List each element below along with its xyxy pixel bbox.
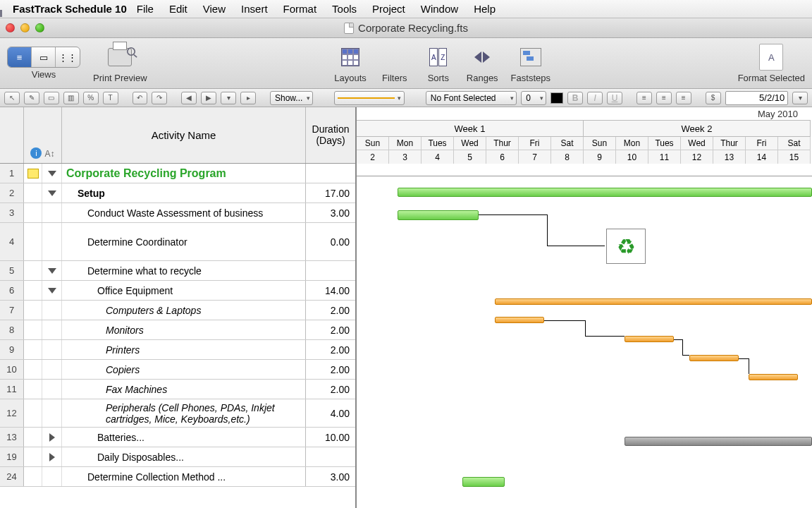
gantt-bar[interactable]: [625, 336, 674, 342]
duration-value[interactable]: 3.00: [306, 203, 355, 222]
underline-button[interactable]: U: [607, 92, 622, 104]
minimize-button[interactable]: [20, 23, 30, 32]
gantt-bar[interactable]: [398, 210, 479, 220]
note-cell[interactable]: [24, 281, 42, 300]
view-calendar-icon[interactable]: ⋮⋮: [56, 47, 80, 67]
disclosure-cell[interactable]: [42, 467, 62, 486]
activity-name[interactable]: Daily Disposables...: [62, 447, 306, 466]
gantt-bar[interactable]: [689, 355, 739, 361]
gantt-bar[interactable]: [625, 437, 812, 446]
duration-value[interactable]: 2.00: [306, 340, 355, 359]
note-cell[interactable]: [24, 223, 42, 260]
disclosure-cell[interactable]: [42, 399, 62, 427]
align-right-button[interactable]: ≡: [676, 92, 691, 104]
gantt-chart[interactable]: May 2010 Week 1 Week 2 Sun2Mon3Tues4Wed5…: [357, 107, 812, 508]
disclosure-cell[interactable]: [42, 183, 62, 202]
note-cell[interactable]: [24, 301, 42, 320]
filters-button[interactable]: [379, 43, 410, 71]
line-style-dropdown[interactable]: [334, 91, 405, 105]
revert-tool-icon[interactable]: ↶: [133, 92, 148, 104]
bold-button[interactable]: B: [567, 92, 583, 104]
app-name[interactable]: FastTrack Schedule 10: [13, 3, 127, 15]
disclosure-cell[interactable]: [42, 164, 62, 183]
duration-value[interactable]: 10.00: [306, 428, 355, 447]
align-left-button[interactable]: ≡: [636, 92, 652, 104]
duration-value[interactable]: 14.00: [306, 281, 355, 300]
gantt-bar[interactable]: [495, 298, 812, 305]
draw-tool-icon[interactable]: ✎: [24, 92, 39, 104]
note-cell[interactable]: [24, 380, 42, 399]
activity-name[interactable]: Computers & Laptops: [62, 301, 306, 320]
disclosure-cell[interactable]: [42, 447, 62, 466]
goto-down-button[interactable]: ▾: [221, 92, 236, 104]
format-selected-button[interactable]: A: [756, 43, 787, 71]
activity-name-header[interactable]: Activity Name: [62, 107, 306, 163]
menu-project[interactable]: Project: [372, 3, 405, 15]
table-row[interactable]: 19Daily Disposables...: [0, 447, 355, 467]
menu-help[interactable]: Help: [474, 3, 496, 15]
table-row[interactable]: 4Determine Coordinator0.00: [0, 223, 355, 261]
gantt-bar[interactable]: [495, 317, 544, 323]
menu-file[interactable]: File: [137, 3, 154, 15]
action-tool-icon[interactable]: ↷: [152, 92, 167, 104]
duration-value[interactable]: 2.00: [306, 320, 355, 339]
font-size-dropdown[interactable]: 0: [521, 91, 546, 105]
table-row[interactable]: 3Conduct Waste Assessment of business3.0…: [0, 203, 355, 223]
activity-name[interactable]: Batteries...: [62, 428, 306, 447]
note-cell[interactable]: [24, 164, 42, 183]
layouts-button[interactable]: [335, 43, 366, 71]
activity-name[interactable]: Fax Machines: [62, 380, 306, 399]
text-tool-icon[interactable]: T: [103, 92, 118, 104]
table-row[interactable]: 5Determine what to recycle: [0, 261, 355, 281]
note-cell[interactable]: [24, 467, 42, 486]
duration-value[interactable]: 2.00: [306, 380, 355, 399]
info-icon[interactable]: i: [30, 147, 42, 159]
duration-value[interactable]: 2.00: [306, 301, 355, 320]
activity-name[interactable]: Setup: [62, 183, 306, 202]
table-row[interactable]: 7Computers & Laptops2.00: [0, 301, 355, 320]
close-button[interactable]: [6, 23, 15, 32]
note-cell[interactable]: [24, 399, 42, 427]
activity-name[interactable]: Determine Coordinator: [62, 223, 306, 260]
percent-tool-icon[interactable]: %: [83, 92, 99, 104]
table-row[interactable]: 8Monitors2.00: [0, 320, 355, 340]
italic-button[interactable]: I: [587, 92, 603, 104]
activity-name[interactable]: Office Equipment: [62, 281, 306, 300]
note-cell[interactable]: [24, 261, 42, 280]
disclosure-cell[interactable]: [42, 261, 62, 280]
column-tool-icon[interactable]: ▥: [63, 92, 79, 104]
activity-name[interactable]: Determine what to recycle: [62, 261, 306, 280]
gantt-bar[interactable]: [749, 374, 798, 380]
note-cell[interactable]: [24, 203, 42, 222]
duration-value[interactable]: [306, 261, 355, 280]
menu-window[interactable]: Window: [421, 3, 458, 15]
duration-value[interactable]: 17.00: [306, 183, 355, 202]
show-dropdown[interactable]: Show...: [270, 91, 313, 105]
color-swatch[interactable]: [550, 92, 563, 104]
disclosure-cell[interactable]: [42, 281, 62, 300]
menu-view[interactable]: View: [203, 3, 226, 15]
font-dropdown[interactable]: No Font Selected: [426, 91, 517, 105]
align-center-button[interactable]: ≡: [656, 92, 672, 104]
activity-name[interactable]: Printers: [62, 340, 306, 359]
duration-value[interactable]: [306, 164, 355, 183]
table-row[interactable]: 13Batteries...10.00: [0, 428, 355, 447]
currency-button[interactable]: $: [706, 92, 721, 104]
activity-name[interactable]: Corporate Recycling Program: [62, 164, 306, 183]
next-button[interactable]: ▶: [201, 92, 216, 104]
disclosure-cell[interactable]: [42, 320, 62, 339]
menu-format[interactable]: Format: [283, 3, 317, 15]
note-cell[interactable]: [24, 320, 42, 339]
pointer-tool-icon[interactable]: ↖: [4, 92, 20, 104]
prev-button[interactable]: ◀: [181, 92, 197, 104]
table-row[interactable]: 2Setup17.00: [0, 183, 355, 203]
goto-play-button[interactable]: ▸: [240, 92, 256, 104]
gantt-bar[interactable]: [398, 188, 812, 197]
disclosure-cell[interactable]: [42, 360, 62, 379]
table-row[interactable]: 11Fax Machines2.00: [0, 380, 355, 399]
sorts-button[interactable]: AZ: [423, 43, 454, 71]
view-resource-icon[interactable]: ▭: [32, 47, 56, 67]
activity-name[interactable]: Determine Collection Method ...: [62, 467, 306, 486]
faststeps-button[interactable]: [515, 43, 546, 71]
disclosure-cell[interactable]: [42, 223, 62, 260]
